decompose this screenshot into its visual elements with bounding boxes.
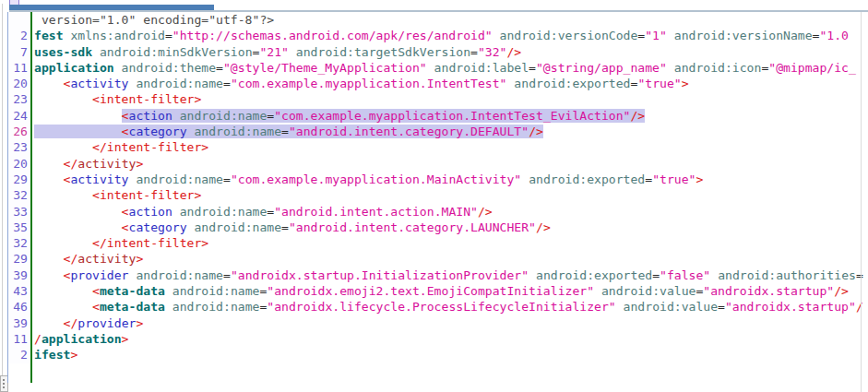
code-line[interactable]: <action android:name="android.intent.act… (34, 204, 868, 220)
token: / (34, 332, 42, 346)
token: > (122, 332, 129, 346)
code-line[interactable]: <intent-filter> (34, 91, 868, 107)
token: android:name (194, 220, 281, 234)
token: android:name (136, 172, 223, 186)
code-line[interactable]: ifest> (34, 347, 868, 362)
token (289, 45, 296, 59)
code-line[interactable]: <activity android:name="com.example.myap… (34, 76, 868, 91)
token: android:authorities (718, 268, 856, 282)
code-line[interactable]: </activity> (34, 251, 868, 267)
code-area[interactable]: version="1.0" encoding="utf-8"?>fest xml… (34, 12, 868, 392)
selected-token: /> (630, 109, 645, 123)
token: = (223, 172, 231, 186)
token (427, 61, 434, 75)
code-line[interactable]: <provider android:name="androidx.startup… (34, 267, 868, 283)
code-line[interactable]: uses-sdk android:minSdkVersion="21" andr… (34, 44, 868, 60)
line-number[interactable]: 24 (8, 108, 30, 124)
line-number[interactable]: 26 (8, 124, 30, 139)
line-number[interactable]: 39 (8, 267, 30, 283)
token: application (42, 332, 122, 346)
line-number[interactable]: 46 (8, 299, 30, 315)
token (34, 284, 92, 298)
token: application (34, 61, 114, 75)
token: xmlns:android (70, 29, 164, 42)
token (34, 92, 92, 106)
line-number[interactable]: 2 (8, 347, 30, 362)
token: = (856, 268, 863, 282)
token: /> (834, 284, 849, 298)
token: > (136, 316, 143, 330)
token: </ (64, 157, 78, 171)
code-line[interactable]: </provider> (34, 315, 868, 331)
line-number[interactable]: 39 (8, 315, 30, 331)
token: < (92, 284, 100, 298)
line-number[interactable]: 29 (8, 172, 30, 187)
code-line[interactable]: </intent-filter> (34, 235, 868, 251)
code-line[interactable]: <category android:name="android.intent.c… (34, 124, 868, 139)
token: < (122, 205, 129, 219)
token (34, 157, 64, 171)
code-line[interactable]: <meta-data android:name="androidx.lifecy… (34, 299, 868, 315)
line-number[interactable]: 43 (8, 283, 30, 299)
token: version="1.0" encoding="utf-8"?> (34, 13, 274, 27)
token (34, 252, 64, 266)
token (114, 61, 122, 75)
token: provider (70, 268, 128, 282)
gutter-divider-line (30, 12, 32, 383)
code-line[interactable]: <meta-data android:name="androidx.emoji2… (34, 283, 868, 299)
token: </intent-filter> (92, 140, 208, 154)
token (34, 220, 122, 234)
line-number[interactable] (8, 12, 30, 28)
code-line[interactable]: <intent-filter> (34, 187, 868, 203)
token: android:name (136, 77, 223, 90)
token: > (696, 172, 703, 186)
token: "com.example.myapplication.IntentTest" (231, 77, 507, 90)
token: meta-data (100, 300, 165, 314)
token: "@string/app_name" (536, 61, 667, 75)
token: android:exported (536, 268, 652, 282)
token (710, 268, 718, 282)
token: = (216, 61, 223, 75)
code-line[interactable]: fest xmlns:android="http://schemas.andro… (34, 28, 868, 43)
selected-token: /> (529, 125, 543, 138)
token: action (129, 205, 172, 219)
line-number[interactable]: 23 (8, 91, 30, 107)
line-number[interactable]: 20 (8, 76, 30, 91)
token (34, 172, 64, 186)
line-number[interactable]: 2 (8, 28, 30, 43)
code-line[interactable]: <category android:name="android.intent.c… (34, 220, 868, 235)
line-number[interactable]: 20 (8, 156, 30, 172)
line-number[interactable]: 23 (8, 139, 30, 155)
selected-token: < (122, 125, 129, 138)
token: "androidx.startup.InitializationProvider… (231, 268, 529, 282)
code-line[interactable]: /application> (34, 331, 868, 347)
token (493, 29, 500, 42)
token: /> (478, 205, 493, 219)
selected-token (34, 125, 122, 138)
selected-token: < (122, 109, 129, 123)
code-line[interactable]: version="1.0" encoding="utf-8"?> (34, 12, 868, 28)
token: = (470, 45, 478, 59)
token: android:value (601, 284, 696, 298)
token: </ (64, 316, 78, 330)
line-number[interactable]: 33 (8, 204, 30, 220)
line-number[interactable]: 32 (8, 235, 30, 251)
code-line[interactable]: </activity> (34, 156, 868, 172)
line-number[interactable]: 32 (8, 187, 30, 203)
line-number[interactable]: 35 (8, 220, 30, 235)
line-number[interactable]: 11 (8, 60, 30, 76)
gutter-line-numbers[interactable]: 271120232426232029323335322939434639112 (8, 12, 30, 363)
line-number[interactable]: 29 (8, 251, 30, 267)
token: "false" (660, 268, 710, 282)
code-line[interactable]: <action android:name="com.example.myappl… (34, 108, 868, 124)
line-number[interactable]: 7 (8, 44, 30, 60)
scrollbar-track[interactable] (861, 12, 862, 392)
token: "21" (259, 45, 289, 59)
token: category (129, 220, 187, 234)
token: "androidx.emoji2.text.EmojiCompatInitial… (267, 284, 594, 298)
code-line[interactable]: application android:theme="@style/Theme_… (34, 60, 868, 76)
line-number[interactable]: 11 (8, 331, 30, 347)
token: android:versionCode (500, 29, 638, 42)
code-line[interactable]: <activity android:name="com.example.myap… (34, 172, 868, 187)
code-line[interactable]: </intent-filter> (34, 139, 868, 155)
